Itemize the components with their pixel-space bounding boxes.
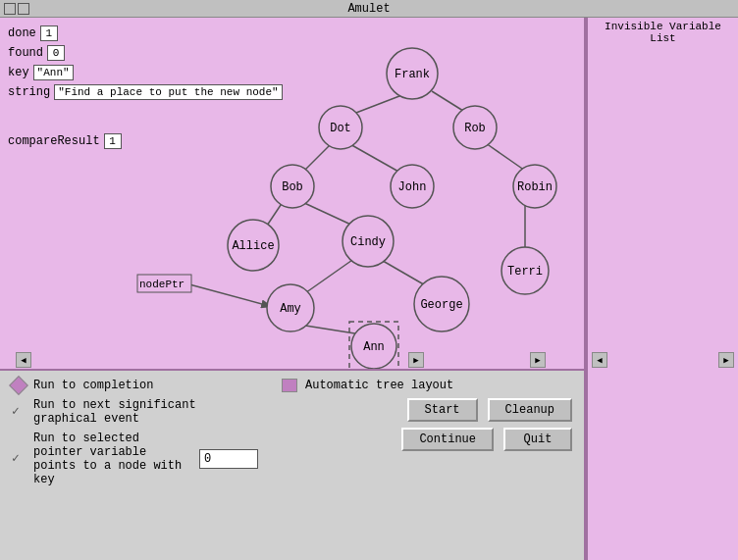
title-bar-buttons[interactable] xyxy=(4,3,29,15)
start-button[interactable]: Start xyxy=(407,398,478,422)
scroll-left-arrow[interactable]: ◀ xyxy=(16,352,31,368)
main-container: done 1 found 0 key "Ann" string "Find a … xyxy=(0,18,738,560)
svg-text:Ann: Ann xyxy=(363,340,385,354)
check-icon-2 xyxy=(12,452,26,466)
check-icon-1 xyxy=(12,405,26,419)
bottom-panel: Run to completion Run to next significan… xyxy=(0,369,584,560)
title-bar: Amulet xyxy=(0,0,738,18)
svg-line-4 xyxy=(486,143,528,173)
variables-panel: done 1 found 0 key "Ann" string "Find a … xyxy=(8,25,283,149)
done-value: 1 xyxy=(40,25,58,41)
svg-text:Rob: Rob xyxy=(464,122,486,135)
option-run-graphical[interactable]: Run to next significant graphical event xyxy=(12,398,258,426)
svg-text:Terri: Terri xyxy=(507,265,543,279)
bottom-buttons-row: Continue Quit xyxy=(282,428,572,451)
var-string: string "Find a place to put the new node… xyxy=(8,84,283,100)
svg-text:Cindy: Cindy xyxy=(350,235,386,249)
bottom-left-options: Run to completion Run to next significan… xyxy=(0,371,270,560)
svg-line-6 xyxy=(302,202,355,227)
minimize-button[interactable] xyxy=(18,3,29,15)
svg-line-2 xyxy=(302,143,332,173)
svg-line-3 xyxy=(348,143,400,173)
svg-text:Bob: Bob xyxy=(282,180,303,194)
top-buttons-row: Start Cleanup xyxy=(282,398,572,422)
svg-text:John: John xyxy=(398,180,427,194)
found-label: found xyxy=(8,46,43,60)
string-value: "Find a place to put the new node" xyxy=(54,84,282,100)
var-done: done 1 xyxy=(8,25,283,41)
option-run-pointer-label: Run to selected pointer variable points … xyxy=(33,432,191,486)
cleanup-button[interactable]: Cleanup xyxy=(488,398,572,422)
svg-text:Frank: Frank xyxy=(395,68,430,81)
option-run-completion[interactable]: Run to completion xyxy=(12,379,258,392)
scroll-right-arrow[interactable]: ▶ xyxy=(530,352,546,368)
auto-layout-checkbox[interactable] xyxy=(282,379,297,392)
diamond-icon xyxy=(9,376,28,395)
key-value: "Ann" xyxy=(33,65,74,80)
auto-layout-label: Automatic tree layout xyxy=(305,379,453,392)
key-input[interactable] xyxy=(199,449,258,469)
option-run-pointer[interactable]: Run to selected pointer variable points … xyxy=(12,432,258,486)
svg-text:Dot: Dot xyxy=(330,122,351,135)
canvas-area: done 1 found 0 key "Ann" string "Find a … xyxy=(0,18,586,560)
key-label: key xyxy=(8,66,29,79)
found-value: 0 xyxy=(47,45,65,61)
var-found: found 0 xyxy=(8,45,283,61)
var-compareresult: compareResult 1 xyxy=(8,133,283,149)
quit-button[interactable]: Quit xyxy=(503,428,572,451)
sidebar-scroll-right[interactable]: ▶ xyxy=(718,352,734,368)
svg-text:Amy: Amy xyxy=(280,302,301,316)
right-sidebar: Invisible Variable List ◀ ▶ xyxy=(586,18,738,560)
option-run-completion-label: Run to completion xyxy=(33,379,153,392)
bottom-inner: Run to completion Run to next significan… xyxy=(0,371,584,560)
svg-line-11 xyxy=(189,284,273,307)
invisible-variable-list-title: Invisible Variable List xyxy=(588,18,738,47)
window-title: Amulet xyxy=(347,2,390,16)
svg-text:George: George xyxy=(420,298,462,312)
var-key: key "Ann" xyxy=(8,65,283,80)
sidebar-scroll-left[interactable]: ◀ xyxy=(592,352,607,368)
compareresult-label: compareResult xyxy=(8,134,100,148)
scroll-right-arrow2[interactable]: ▶ xyxy=(408,352,424,368)
svg-text:Allice: Allice xyxy=(232,239,274,253)
done-label: done xyxy=(8,26,36,40)
compareresult-value: 1 xyxy=(104,133,122,149)
continue-button[interactable]: Continue xyxy=(401,428,494,451)
option-run-graphical-label: Run to next significant graphical event xyxy=(33,398,258,426)
svg-line-10 xyxy=(299,325,361,334)
bottom-right-controls: Automatic tree layout Start Cleanup Cont… xyxy=(270,371,584,560)
auto-layout-row: Automatic tree layout xyxy=(282,379,572,392)
svg-text:Robin: Robin xyxy=(517,180,553,194)
string-label: string xyxy=(8,85,50,99)
svg-line-8 xyxy=(302,258,355,295)
close-button[interactable] xyxy=(4,3,16,15)
svg-text:nodePtr: nodePtr xyxy=(139,279,184,290)
